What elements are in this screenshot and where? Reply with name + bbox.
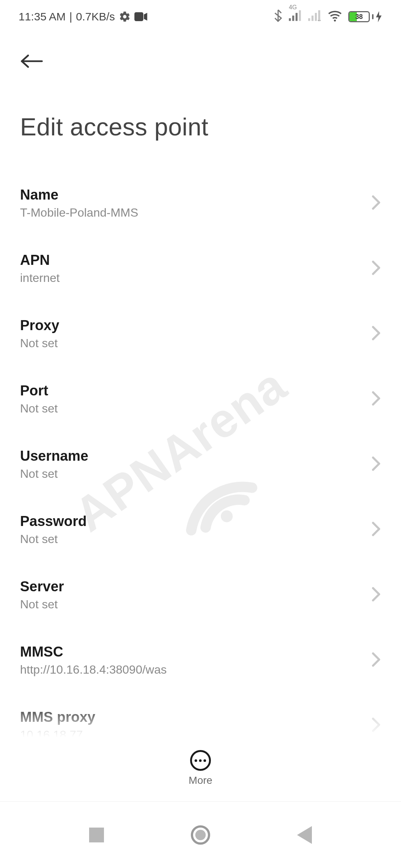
status-bar: 11:35 AM | 0.7KB/s 4G x [0,0,401,33]
setting-row-apn[interactable]: APNinternet [0,236,401,301]
setting-title: Server [20,579,64,595]
svg-rect-6 [312,16,313,21]
chevron-right-icon [371,586,381,604]
svg-rect-0 [134,12,143,21]
chevron-right-icon [371,325,381,343]
status-speed: 0.7KB/s [76,10,115,23]
recents-icon [89,828,104,842]
status-sep: | [69,10,72,23]
chevron-right-icon [371,456,381,473]
wifi-icon [327,9,342,24]
setting-value: Not set [20,467,88,481]
setting-title: Port [20,383,58,399]
setting-value: T-Mobile-Poland-MMS [20,206,138,220]
setting-row-username[interactable]: UsernameNot set [0,432,401,497]
signal-2-icon: x [308,10,322,24]
signal-1-icon: 4G [289,10,302,24]
setting-row-mms-proxy[interactable]: MMS proxy10.16.18.77 [0,693,401,753]
chevron-right-icon [371,260,381,277]
svg-rect-4 [299,10,301,21]
setting-value: 10.16.18.77 [20,728,95,742]
setting-title: APN [20,252,60,268]
setting-row-port[interactable]: PortNot set [0,366,401,432]
setting-value: Not set [20,402,58,415]
nav-recents-button[interactable] [84,822,110,848]
setting-title: Proxy [20,318,59,333]
more-label: More [189,775,212,786]
navigation-bar [0,801,401,868]
setting-value: internet [20,271,60,285]
setting-row-password[interactable]: PasswordNot set [0,497,401,562]
page-title: Edit access point [20,113,381,141]
status-right: 4G x 38 [273,9,382,24]
status-time: 11:35 AM [19,10,66,23]
svg-rect-1 [289,18,291,21]
svg-rect-7 [315,13,317,21]
chevron-right-icon [371,390,381,408]
more-button[interactable]: More [189,750,212,786]
svg-text:x: x [317,17,321,21]
back-nav-icon [297,826,312,844]
settings-icon [119,11,131,23]
nav-home-button[interactable] [188,822,213,848]
setting-value: http://10.16.18.4:38090/was [20,663,167,677]
setting-value: Not set [20,532,87,546]
setting-title: MMS proxy [20,709,95,725]
video-icon [134,11,148,22]
svg-point-10 [334,19,336,21]
nav-back-button[interactable] [291,822,317,848]
bluetooth-icon [273,9,283,24]
svg-rect-5 [308,18,310,21]
setting-title: Name [20,187,138,203]
back-button[interactable] [20,48,43,76]
svg-rect-2 [292,16,294,21]
battery-indicator: 38 [348,11,382,22]
chevron-right-icon [371,717,381,734]
setting-value: Not set [20,336,59,350]
setting-row-mmsc[interactable]: MMSChttp://10.16.18.4:38090/was [0,628,401,693]
setting-title: Username [20,448,88,464]
setting-row-name[interactable]: NameT-Mobile-Poland-MMS [0,171,401,236]
svg-rect-3 [296,13,297,21]
setting-title: Password [20,513,87,529]
more-icon [190,750,211,771]
setting-value: Not set [20,598,64,611]
chevron-right-icon [371,521,381,539]
status-left: 11:35 AM | 0.7KB/s [19,10,148,23]
setting-row-server[interactable]: ServerNot set [0,562,401,628]
home-icon [191,825,210,845]
chevron-right-icon [371,651,381,669]
chevron-right-icon [371,194,381,212]
setting-row-proxy[interactable]: ProxyNot set [0,301,401,366]
setting-title: MMSC [20,644,167,660]
